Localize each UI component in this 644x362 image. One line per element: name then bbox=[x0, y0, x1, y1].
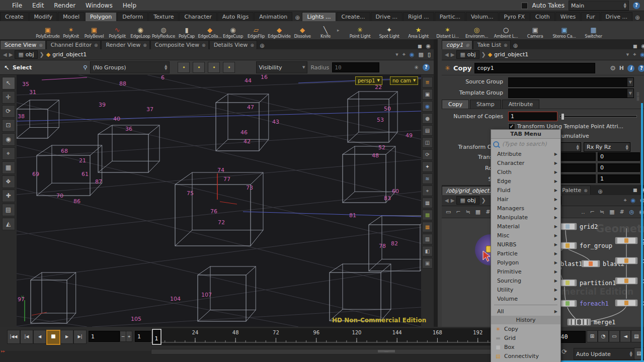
shelf-tab[interactable]: Drive ... bbox=[371, 12, 403, 21]
shelf-tab[interactable]: Fur bbox=[581, 12, 600, 21]
pane-tab[interactable]: Composite View⊗ bbox=[150, 40, 209, 49]
shelf-tab[interactable]: Create... bbox=[337, 12, 370, 21]
path-node[interactable]: grid_object1 bbox=[52, 51, 87, 58]
pane-tab[interactable]: Take List⊗ bbox=[473, 40, 511, 49]
network-node-label[interactable]: foreach1 bbox=[580, 300, 609, 307]
frame-input[interactable] bbox=[89, 331, 120, 342]
num-copies-input[interactable] bbox=[508, 112, 557, 121]
radial-menu-icon[interactable]: ◉ bbox=[410, 51, 415, 58]
shelf-tab[interactable]: Character bbox=[179, 12, 216, 21]
shelf-tab[interactable]: Texture bbox=[148, 12, 179, 21]
shelf-tab[interactable]: Rigid ... bbox=[403, 12, 434, 21]
value-field-z[interactable]: 0 bbox=[598, 152, 640, 161]
select-objects-button[interactable]: ⬩ bbox=[223, 62, 235, 73]
tab-menu-item[interactable]: Managers▶ bbox=[491, 204, 560, 213]
viewport-tool-icon[interactable]: ◭ bbox=[2, 218, 15, 230]
back-icon[interactable]: ◀ bbox=[3, 52, 7, 57]
viewport-display-icon[interactable]: ⌖ bbox=[422, 186, 433, 196]
new-pane-tab-icon[interactable]: ⊕ bbox=[596, 188, 605, 195]
shelf-tool[interactable]: ◆ Dissolve bbox=[291, 21, 314, 39]
audio-icon[interactable]: ◄ bbox=[620, 330, 631, 342]
network-node-label[interactable]: blast1 bbox=[560, 260, 582, 267]
value-field-z[interactable]: 0 bbox=[598, 163, 640, 172]
tab-menu-item[interactable]: NURBS▶ bbox=[491, 240, 560, 249]
viewport-display-icon[interactable]: ✦ bbox=[422, 161, 433, 172]
network-node-label[interactable]: merge1 bbox=[594, 319, 615, 326]
network-node-label[interactable]: grid2 bbox=[580, 223, 598, 230]
shelf-tab[interactable]: Wires bbox=[555, 12, 581, 21]
pin-icon[interactable]: ⌖ bbox=[633, 51, 636, 58]
tab-menu-item[interactable]: Polygon▶ bbox=[491, 258, 560, 267]
shelf-tool[interactable]: ▱ EdgeFlip bbox=[245, 21, 268, 39]
viewport-canvas[interactable]: y353138883961644472237403643464250534952… bbox=[17, 75, 421, 327]
stop-button[interactable]: ■ bbox=[46, 330, 60, 345]
timeline-expand-icon[interactable]: ▸▸ bbox=[1, 349, 5, 353]
path-root[interactable]: ▦ obj bbox=[456, 196, 479, 205]
houdini-help-icon[interactable]: H bbox=[619, 65, 624, 71]
pane-maximize-icon[interactable]: ■ bbox=[633, 188, 637, 193]
tab-menu-item[interactable]: Primitive▶ bbox=[491, 267, 560, 276]
radial-menu-icon[interactable]: ◉ bbox=[631, 197, 636, 204]
layout-icon[interactable]: ▯ bbox=[428, 51, 431, 58]
close-tab-icon[interactable]: ⊗ bbox=[202, 43, 206, 48]
forward-icon[interactable]: ▶ bbox=[451, 198, 455, 203]
close-tab-icon[interactable]: ⊗ bbox=[504, 43, 508, 48]
viewport-display-icon[interactable]: ● bbox=[422, 113, 433, 124]
visibility-select[interactable]: Visibility ▼ bbox=[256, 61, 307, 73]
shelf-tab[interactable]: Lights ... bbox=[302, 12, 336, 21]
snap-grid-icon[interactable]: ▦ bbox=[609, 209, 614, 215]
close-tab-icon[interactable]: ⊗ bbox=[143, 43, 147, 48]
shelf-tool[interactable]: ▮ PolyCap bbox=[175, 21, 198, 39]
grid-snap-icon[interactable]: ▦ bbox=[475, 209, 480, 215]
shelf-tool[interactable]: ✦ Spot Light bbox=[375, 21, 404, 39]
shelf-tab[interactable]: Polygon bbox=[85, 12, 117, 21]
param-tab[interactable]: Copy bbox=[442, 100, 469, 109]
num-copies-slider[interactable] bbox=[559, 115, 637, 118]
viewport-tool-icon[interactable]: ❖ bbox=[2, 175, 15, 188]
info-icon[interactable]: i bbox=[627, 65, 634, 72]
viewport-tool-icon[interactable]: ▦ bbox=[2, 161, 15, 174]
shelf-tab[interactable]: Animation bbox=[254, 12, 292, 21]
viewport-display-icon[interactable]: ◫ bbox=[422, 137, 433, 148]
shelf-tool[interactable]: ◍ PolyReduce bbox=[152, 21, 175, 39]
tab-menu-history-item[interactable]: ✳ Copy bbox=[491, 324, 560, 333]
tab-menu-item[interactable]: Manipulate▶ bbox=[491, 213, 560, 222]
flipbook-icon[interactable]: ▭ bbox=[609, 330, 620, 342]
value-field-z[interactable]: 1 bbox=[598, 174, 640, 183]
forward-icon[interactable]: ▶ bbox=[9, 52, 13, 57]
tab-menu-item[interactable]: Attribute▶ bbox=[491, 149, 560, 158]
tab-menu-history-item[interactable]: ▬ Grid bbox=[491, 333, 560, 342]
zoom-icon[interactable]: ◎ bbox=[629, 209, 634, 215]
close-tab-icon[interactable]: ⊗ bbox=[465, 43, 469, 48]
help-icon[interactable]: ? bbox=[633, 2, 640, 9]
shelf-tool[interactable]: ✳ Point Light bbox=[346, 21, 375, 39]
back-icon[interactable]: ◀ bbox=[445, 52, 449, 57]
wire-shape-icon[interactable]: ⌐ bbox=[590, 209, 595, 215]
pin-icon[interactable]: ⌖ bbox=[403, 51, 406, 58]
pane-tab[interactable]: Render View⊗ bbox=[101, 40, 149, 49]
viewport-tool-icon[interactable]: ⟳ bbox=[2, 105, 15, 118]
connector-style-icon[interactable]: ▭ bbox=[446, 209, 451, 215]
shelf-tool[interactable]: ▣ PolyExtrude bbox=[36, 21, 59, 39]
close-tab-icon[interactable]: ⊗ bbox=[584, 188, 588, 193]
shelf-tool[interactable]: ╲ Knife bbox=[314, 21, 337, 39]
shelf-tab[interactable]: Pyro FX bbox=[499, 12, 530, 21]
shelf-tool[interactable]: ◆ EdgeColla... bbox=[198, 21, 221, 39]
menu-item[interactable]: Edit bbox=[27, 1, 49, 10]
shelf-tab[interactable]: Partic... bbox=[435, 12, 465, 21]
tab-menu-item[interactable]: Misc▶ bbox=[491, 231, 560, 240]
viewport-tool-icon[interactable]: ↖ bbox=[2, 77, 15, 89]
shelf-tab[interactable]: Modify bbox=[29, 12, 57, 21]
shelf-tool[interactable]: ▣ Stereo Ca... bbox=[550, 21, 579, 39]
viewport-tool-icon[interactable]: ✛ bbox=[2, 91, 15, 104]
select-points-button[interactable]: ⬩ bbox=[178, 62, 190, 73]
shelf-tool[interactable]: ★ Area Light bbox=[404, 21, 433, 39]
search-input[interactable] bbox=[501, 140, 558, 148]
pane-tab[interactable]: /obj/grid_object1 bbox=[442, 186, 496, 195]
shelf-tool[interactable]: ▣ PolyBevel bbox=[83, 21, 106, 39]
menu-item[interactable]: File bbox=[7, 1, 27, 10]
tab-menu-item[interactable]: Character▶ bbox=[491, 158, 560, 167]
network-node-label[interactable]: for_group bbox=[580, 242, 612, 249]
grid-display-icon[interactable]: # bbox=[486, 209, 490, 215]
playback-controls-icon[interactable]: ⊞ bbox=[587, 330, 598, 342]
